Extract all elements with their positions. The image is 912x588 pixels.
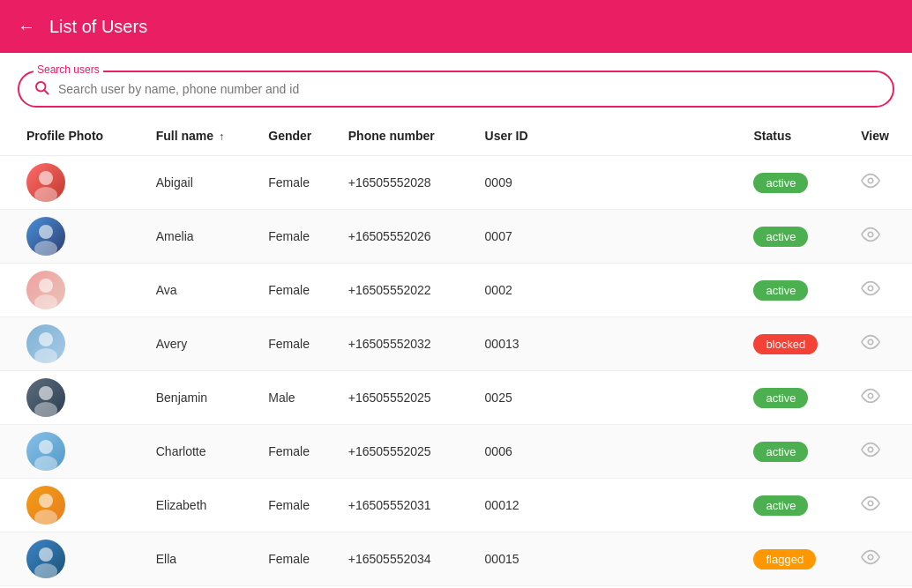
user-id: 0002 (476, 264, 745, 317)
avatar-image (26, 324, 65, 363)
search-container: Search users (0, 53, 912, 116)
table-row: AvaFemale+165055520220002active (0, 264, 912, 317)
user-view-cell[interactable] (852, 371, 912, 425)
svg-point-9 (34, 294, 57, 309)
col-name[interactable]: Full name ↑ (147, 116, 260, 156)
user-gender: Female (259, 317, 340, 371)
col-phone: Phone number (340, 116, 476, 156)
user-status-cell: active (744, 479, 852, 532)
user-view-cell[interactable] (852, 479, 912, 532)
user-phone: +16505552028 (340, 156, 476, 210)
user-avatar-cell (0, 156, 147, 210)
user-gender: Female (259, 479, 340, 532)
avatar (26, 217, 65, 256)
avatar-image (26, 217, 65, 256)
user-avatar-cell (0, 317, 147, 371)
status-badge: flagged (753, 549, 816, 569)
user-status-cell: active (744, 371, 852, 425)
svg-line-1 (45, 91, 49, 94)
avatar (26, 271, 65, 309)
avatar-image (26, 271, 65, 309)
user-gender: Female (259, 210, 340, 264)
avatar-image (26, 540, 65, 578)
user-gender: Female (259, 425, 340, 479)
svg-point-2 (39, 171, 53, 185)
user-view-cell[interactable] (852, 532, 912, 586)
users-table-container: Profile Photo Full name ↑ Gender Phone n… (0, 116, 912, 588)
user-view-cell[interactable] (852, 264, 912, 317)
svg-point-22 (868, 501, 873, 506)
avatar (26, 486, 65, 525)
user-status-cell: active (744, 425, 852, 479)
view-icon[interactable] (861, 336, 880, 355)
page-title: List of Users (49, 17, 147, 37)
user-name: Elizabeth (147, 479, 260, 532)
status-badge: active (753, 280, 808, 301)
user-phone: +16505552025 (340, 371, 476, 425)
svg-point-7 (868, 232, 873, 237)
svg-point-4 (868, 178, 873, 183)
user-id: 00015 (476, 532, 745, 586)
svg-point-5 (39, 225, 53, 239)
user-name: Benjamin (147, 371, 260, 425)
svg-point-14 (39, 386, 53, 400)
svg-point-11 (39, 332, 53, 346)
user-name: Amelia (147, 210, 260, 264)
user-gender: Female (259, 264, 340, 317)
status-badge: active (753, 227, 808, 247)
search-icon (34, 79, 49, 99)
svg-point-20 (39, 494, 53, 508)
table-row: EllaFemale+1650555203400015flagged (0, 532, 912, 586)
search-wrapper: Search users (18, 71, 894, 108)
user-status-cell: flagged (744, 532, 852, 586)
svg-point-3 (34, 187, 57, 202)
view-icon[interactable] (861, 497, 880, 517)
svg-point-17 (39, 440, 53, 454)
svg-point-8 (39, 279, 53, 293)
view-icon[interactable] (861, 551, 880, 570)
avatar (26, 432, 65, 471)
user-name: Avery (147, 317, 260, 371)
user-status-cell: active (744, 210, 852, 264)
search-label: Search users (34, 63, 103, 76)
view-icon[interactable] (861, 390, 880, 409)
avatar (26, 163, 65, 202)
users-table: Profile Photo Full name ↑ Gender Phone n… (0, 116, 912, 588)
col-status: Status (744, 116, 852, 156)
view-icon[interactable] (861, 282, 880, 301)
view-icon[interactable] (861, 443, 880, 463)
table-row: ElizabethFemale+1650555203100012active (0, 479, 912, 532)
status-badge: active (753, 495, 808, 516)
user-avatar-cell (0, 371, 147, 425)
col-view: View (852, 116, 912, 156)
table-row: AveryFemale+1650555203200013blocked (0, 317, 912, 371)
user-phone: +16505552026 (340, 210, 476, 264)
user-view-cell[interactable] (852, 156, 912, 210)
user-gender: Male (259, 371, 340, 425)
user-avatar-cell (0, 264, 147, 317)
svg-point-25 (868, 555, 873, 560)
user-view-cell[interactable] (852, 425, 912, 479)
header: ← List of Users (0, 0, 912, 53)
svg-point-6 (34, 241, 57, 256)
user-view-cell[interactable] (852, 317, 912, 371)
user-id: 0025 (476, 371, 745, 425)
table-row: AbigailFemale+165055520280009active (0, 156, 912, 210)
svg-point-12 (34, 348, 57, 363)
user-view-cell[interactable] (852, 210, 912, 264)
back-button[interactable]: ← (18, 17, 35, 37)
user-name: Abigail (147, 156, 260, 210)
user-phone: +16505552031 (340, 479, 476, 532)
col-gender: Gender (259, 116, 340, 156)
view-icon[interactable] (861, 175, 880, 194)
user-id: 0007 (476, 210, 745, 264)
svg-point-15 (34, 402, 57, 417)
status-badge: blocked (753, 334, 818, 354)
view-icon[interactable] (861, 228, 880, 248)
user-id: 0006 (476, 425, 745, 479)
table-header-row: Profile Photo Full name ↑ Gender Phone n… (0, 116, 912, 156)
avatar-image (26, 378, 65, 417)
svg-point-21 (34, 510, 57, 525)
search-input[interactable] (58, 82, 878, 96)
avatar (26, 324, 65, 363)
